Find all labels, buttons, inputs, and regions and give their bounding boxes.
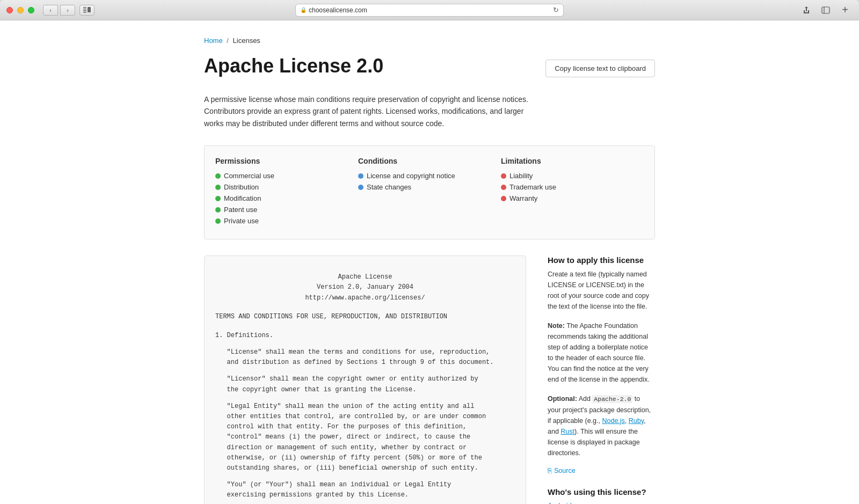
blue-dot-icon: [358, 185, 363, 190]
red-dot-icon: [501, 173, 506, 179]
condition-state-changes: State changes: [358, 183, 501, 191]
svg-rect-1: [83, 9, 86, 10]
sidebar-button[interactable]: [818, 5, 833, 16]
note-paragraph: Note: The Apache Foundation recommends t…: [548, 320, 655, 385]
back-button[interactable]: ‹: [43, 5, 58, 16]
rust-link[interactable]: Rust: [560, 428, 574, 435]
main-layout: Apache LicenseVersion 2.0, January 2004h…: [204, 255, 655, 504]
license-info-grid: Permissions Commercial use Distribution …: [204, 145, 655, 239]
breadcrumb: Home / Licenses: [204, 36, 655, 45]
limitations-heading: Limitations: [501, 157, 644, 165]
limitations-column: Limitations Liability Trademark use Warr…: [501, 157, 644, 228]
minimize-window-button[interactable]: [17, 7, 24, 13]
optional-code: Apache-2.0: [592, 395, 632, 403]
svg-rect-2: [83, 10, 86, 11]
source-icon: ⎘: [548, 467, 552, 474]
permission-commercial: Commercial use: [215, 172, 358, 180]
url-bar-container: 🔒 choosealicense.com ↻: [295, 4, 564, 17]
breadcrumb-separator: /: [227, 36, 229, 45]
conditions-heading: Conditions: [358, 157, 501, 165]
nav-buttons: ‹ ›: [43, 5, 75, 16]
limitation-trademark: Trademark use: [501, 183, 644, 191]
green-dot-icon: [215, 207, 221, 213]
green-dot-icon: [215, 173, 221, 179]
breadcrumb-current: Licenses: [233, 36, 260, 45]
green-dot-icon: [215, 185, 221, 190]
close-window-button[interactable]: [6, 7, 13, 13]
whos-using-heading: Who's using this license?: [548, 487, 655, 496]
nodejs-link[interactable]: Node.js: [602, 417, 624, 425]
optional-text1: Add: [577, 395, 593, 403]
how-to-apply-heading: How to apply this license: [548, 255, 655, 265]
android-link[interactable]: Android: [548, 501, 572, 504]
security-lock-icon: 🔒: [300, 7, 307, 13]
note-label: Note:: [548, 322, 565, 330]
title-bar: ‹ › 🔒 choosealicense.com ↻: [0, 0, 859, 20]
svg-rect-4: [88, 7, 91, 12]
green-dot-icon: [215, 218, 221, 224]
traffic-lights: [6, 7, 34, 13]
permission-private: Private use: [215, 217, 358, 225]
license-text-box: Apache LicenseVersion 2.0, January 2004h…: [204, 255, 526, 504]
whos-using-section: Who's using this license? Android Apache…: [548, 487, 655, 504]
new-tab-button[interactable]: +: [838, 5, 853, 16]
optional-paragraph: Optional: Add Apache-2.0 to your project…: [548, 393, 655, 458]
toolbar-right: +: [799, 5, 853, 16]
license-text-section: Apache LicenseVersion 2.0, January 2004h…: [204, 255, 526, 504]
page-header: Apache License 2.0 Copy license text to …: [204, 55, 655, 77]
reader-view-button[interactable]: [79, 5, 94, 16]
users-list: Android Apache Swift: [548, 501, 655, 504]
blue-dot-icon: [358, 173, 363, 179]
permission-modification: Modification: [215, 194, 358, 202]
svg-rect-0: [83, 7, 86, 8]
red-dot-icon: [501, 185, 506, 190]
how-to-apply-section: How to apply this license Create a text …: [548, 255, 655, 474]
note-text: The Apache Foundation recommends taking …: [548, 322, 650, 383]
url-bar[interactable]: 🔒 choosealicense.com ↻: [295, 4, 564, 17]
breadcrumb-home-link[interactable]: Home: [204, 36, 223, 45]
limitation-warranty: Warranty: [501, 194, 644, 202]
page-content: Home / Licenses Apache License 2.0 Copy …: [0, 20, 859, 504]
optional-comma: ,: [625, 417, 629, 425]
forward-button[interactable]: ›: [60, 5, 75, 16]
permission-patent: Patent use: [215, 206, 358, 214]
copy-license-button[interactable]: Copy license text to clipboard: [545, 60, 655, 77]
page-title: Apache License 2.0: [204, 55, 383, 77]
svg-rect-5: [822, 7, 829, 13]
permission-distribution: Distribution: [215, 183, 358, 191]
ruby-link[interactable]: Ruby: [629, 417, 644, 425]
optional-label: Optional:: [548, 395, 577, 403]
limitation-liability: Liability: [501, 172, 644, 180]
condition-license-notice: License and copyright notice: [358, 172, 501, 180]
refresh-button[interactable]: ↻: [553, 6, 559, 14]
share-button[interactable]: [799, 5, 814, 16]
green-dot-icon: [215, 196, 221, 201]
permissions-column: Permissions Commercial use Distribution …: [215, 157, 358, 228]
conditions-column: Conditions License and copyright notice …: [358, 157, 501, 228]
maximize-window-button[interactable]: [28, 7, 34, 13]
source-link[interactable]: ⎘ Source: [548, 467, 655, 474]
red-dot-icon: [501, 196, 506, 201]
license-description: A permissive license whose main conditio…: [204, 93, 537, 129]
url-text: choosealicense.com: [309, 6, 367, 14]
permissions-heading: Permissions: [215, 157, 358, 165]
svg-rect-3: [83, 12, 86, 13]
license-sidebar: How to apply this license Create a text …: [548, 255, 655, 504]
how-to-text1: Create a text file (typically named LICE…: [548, 269, 655, 312]
source-link-text: Source: [554, 467, 576, 474]
list-item: Android: [548, 501, 655, 504]
